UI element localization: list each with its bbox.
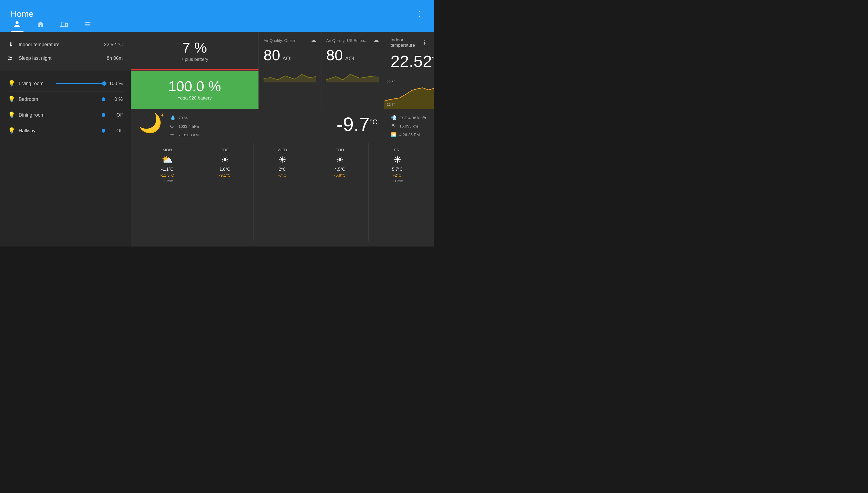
air-card-embassy: Air Quality: US Emba... ☁ 80 AQI [321,32,384,109]
air-value-otoka: 80 AQI [263,46,317,64]
forecast-high: 4.5°C [334,167,345,172]
forecast-day-name: WED [278,148,287,152]
temp-min-label: 21.74 [387,103,396,106]
slider-fill [56,83,104,84]
weather-section: 🌙 ✦ 💧 79 % ⊙ 1033.4 hPa ☀ 7:18:03 [131,109,434,246]
temperature-sensor-row: 🌡 Indoor temperature 22.52 °C [8,37,123,52]
air-header-otoka: Air Quality: Otoka ☁ [263,37,317,44]
humidity-icon: 💧 [170,115,176,121]
indoor-temp-card: Indoor temperature 🌡 22.52°C 22.53 21.74 [384,32,434,109]
forecast-day-name: MON [163,148,172,152]
temp-chart-area: 22.53 21.74 [384,80,434,109]
lights-section: 💡 Living room 100 % 💡 Bedroom 0 % [0,70,131,246]
dining-label: Dining room [19,112,102,118]
bulb-icon-hallway: 💡 [8,127,19,134]
battery-section: 7 % 7 plus battery 100.0 % Yoga 920 batt… [131,32,259,109]
living-room-value: 100 % [108,81,123,86]
temp-big-value: 22.52°C [391,52,428,71]
tab-home[interactable] [34,18,47,32]
forecast-icon: ☀ [336,154,344,165]
cloud-icon-embassy: ☁ [373,37,379,44]
bedroom-toggle[interactable] [102,98,108,101]
forecast-high: 1.6°C [219,167,230,172]
laptop-battery-card: 100.0 % Yoga 920 battery [131,71,259,109]
weather-temp: -9.7°C [337,115,377,134]
forecast-day-thu: THU ☀ 4.5°C -5.8°C [311,143,369,241]
phone-battery-percent: 7 % [182,40,207,55]
sunrise-row: ☀ 7:18:03 AM [170,132,199,138]
air-chart-embassy [326,66,379,104]
sunset-icon: 🌅 [391,131,397,137]
sunset-value: 4:26:28 PM [399,132,420,137]
toggle-dot-bedroom [102,98,105,101]
app-header: Home ⋮ [0,0,434,32]
hallway-toggle[interactable] [102,129,108,133]
light-row-hallway: 💡 Hallway Off [8,123,123,138]
menu-button[interactable]: ⋮ [416,10,423,18]
dining-toggle[interactable] [102,113,108,117]
bulb-icon-bedroom: 💡 [8,96,19,103]
weather-right-details: 💨 ESE 4.36 km/h 👁 16.093 km 🌅 4:26:28 PM [391,115,426,137]
sleep-icon: Zz [8,56,19,61]
right-panel: 7 % 7 plus battery 100.0 % Yoga 920 batt… [131,32,434,246]
tab-settings[interactable] [81,18,94,32]
pressure-icon: ⊙ [170,123,176,129]
forecast-high: 5.7°C [392,167,403,172]
living-room-slider[interactable] [56,83,104,84]
forecast-precip: 0.8 mm [161,179,173,183]
thermometer-icon: 🌡 [8,41,19,48]
weather-icon: 🌙 ✦ [139,112,162,134]
forecast-low: -2°C [393,173,402,177]
air-unit-otoka: AQI [282,56,291,61]
tab-devices[interactable] [58,18,70,32]
wind-icon: 💨 [391,115,397,121]
air-title-otoka: Air Quality: Otoka [263,38,295,43]
svg-marker-0 [263,74,317,82]
air-title-embassy: Air Quality: US Emba... [326,38,367,43]
forecast-high: 2°C [279,167,286,172]
forecast-precip: 0.1 mm [392,179,403,183]
phone-battery-card: 7 % 7 plus battery [131,32,259,71]
air-card-otoka: Air Quality: Otoka ☁ 80 AQI [259,32,321,109]
light-row-living-room: 💡 Living room 100 % [8,76,123,91]
svg-marker-1 [326,74,379,82]
laptop-battery-percent: 100.0 % [168,79,221,93]
visibility-value: 16.093 km [399,124,418,128]
left-panel: 🌡 Indoor temperature 22.52 °C Zz Sleep l… [0,32,131,246]
bulb-icon: 💡 [8,80,19,87]
bedroom-label: Bedroom [19,97,102,102]
forecast-day-fri: FRI ☀ 5.7°C -2°C 0.1 mm [369,143,426,241]
phone-battery-label: 7 plus battery [181,57,208,62]
sleep-label: Sleep last night [19,56,107,61]
air-quality-section: Air Quality: Otoka ☁ 80 AQI [259,32,384,109]
weather-temp-container: -9.7°C [337,115,377,134]
sensor-section: 🌡 Indoor temperature 22.52 °C Zz Sleep l… [0,32,131,70]
wind-row: 💨 ESE 4.36 km/h [391,115,426,121]
weather-details-left: 💧 79 % ⊙ 1033.4 hPa ☀ 7:18:03 AM [170,115,199,138]
sleep-sensor-row: Zz Sleep last night 8h 06m [8,52,123,65]
tab-people[interactable] [11,18,23,32]
forecast-low: -5.8°C [334,173,346,177]
forecast-low: -7°C [278,173,286,177]
temperature-label: Indoor temperature [19,42,104,47]
pressure-value: 1033.4 hPa [178,124,199,129]
forecast-icon: ☀ [221,154,229,165]
hallway-label: Hallway [19,128,102,134]
toggle-dot-dining [102,113,105,117]
forecast-row: MON ⛅ -1.1°C -11.3°C 0.8 mm TUE ☀ 1.6°C … [139,143,426,241]
sunset-row: 🌅 4:26:28 PM [391,131,426,137]
air-unit-embassy: AQI [345,56,354,61]
forecast-icon: ☀ [278,154,286,165]
wind-value: ESE 4.36 km/h [399,115,426,120]
light-row-dining-room: 💡 Dining room Off [8,107,123,123]
sunrise-value: 7:18:03 AM [178,133,199,137]
air-chart-otoka [263,66,317,104]
temp-thermometer-icon: 🌡 [422,39,428,46]
temperature-value: 22.52 °C [104,42,123,47]
forecast-day-tue: TUE ☀ 1.6°C -9.1°C [196,143,254,241]
visibility-icon: 👁 [391,123,397,129]
living-room-slider-container[interactable] [56,83,104,84]
forecast-icon: ⛅ [161,154,173,165]
nav-tabs [11,18,94,32]
visibility-row: 👁 16.093 km [391,123,426,129]
